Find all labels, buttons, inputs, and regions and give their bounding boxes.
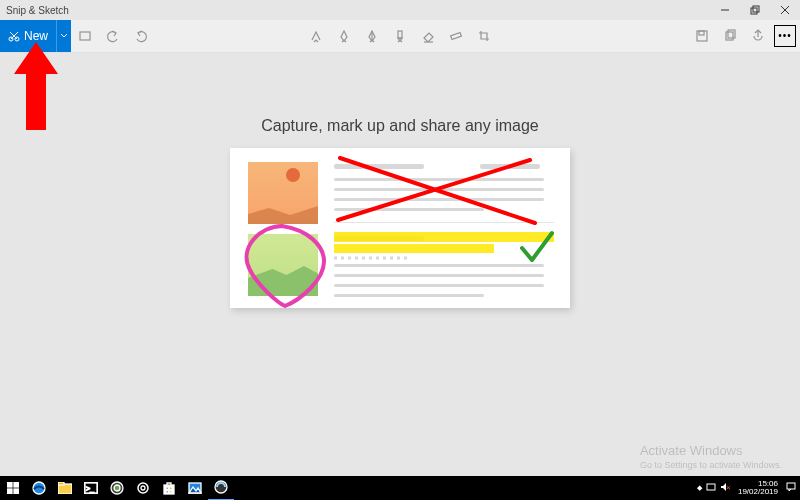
svg-rect-42 <box>166 491 169 494</box>
svg-line-8 <box>10 32 17 39</box>
title-bar: Snip & Sketch <box>0 0 800 20</box>
tray-clock[interactable]: 15:06 19/02/2019 <box>734 480 782 496</box>
svg-rect-26 <box>14 482 19 487</box>
redo-button <box>127 20 155 52</box>
new-snip-label: New <box>24 29 48 43</box>
svg-rect-41 <box>170 487 173 490</box>
taskbar-photos[interactable] <box>182 476 208 500</box>
system-tray[interactable]: ◆ × 15:06 19/02/2019 <box>697 480 800 496</box>
toolbar: New ••• <box>0 20 800 53</box>
svg-text:>_: >_ <box>86 485 94 493</box>
empty-state-headline: Capture, mark up and share any image <box>261 117 538 135</box>
pencil-button <box>358 20 386 52</box>
tray-action-center-icon[interactable] <box>786 482 796 494</box>
svg-rect-17 <box>451 32 462 39</box>
svg-rect-43 <box>170 491 173 494</box>
close-button[interactable] <box>770 0 800 20</box>
window-title: Snip & Sketch <box>6 5 69 16</box>
svg-marker-15 <box>424 33 433 42</box>
taskbar-edge[interactable] <box>26 476 52 500</box>
tray-date: 19/02/2019 <box>738 488 778 496</box>
annotation-arrow <box>14 42 58 130</box>
taskbar-store[interactable] <box>156 476 182 500</box>
minimize-button[interactable] <box>710 0 740 20</box>
svg-rect-1 <box>751 8 757 14</box>
svg-rect-23 <box>334 244 494 253</box>
scissors-icon <box>8 30 20 42</box>
svg-rect-21 <box>728 30 735 38</box>
promo-thumb-balloon <box>248 162 318 224</box>
crop-button <box>470 20 498 52</box>
svg-point-37 <box>138 483 148 493</box>
ballpoint-pen-button <box>330 20 358 52</box>
watermark-line2: Go to Settings to activate Windows. <box>640 460 782 470</box>
eraser-button <box>414 20 442 52</box>
ellipsis-icon: ••• <box>778 31 792 41</box>
tray-network-icon[interactable] <box>706 482 716 494</box>
taskbar: >_ ◆ × 15:06 19/02/2019 <box>0 476 800 500</box>
svg-rect-31 <box>58 482 64 485</box>
save-button <box>688 20 716 52</box>
share-button <box>744 20 772 52</box>
copy-button <box>716 20 744 52</box>
start-button[interactable] <box>0 476 26 500</box>
svg-rect-13 <box>398 31 402 38</box>
taskbar-app-1[interactable] <box>104 476 130 500</box>
promo-illustration <box>230 148 570 308</box>
svg-line-7 <box>11 32 18 39</box>
tray-volume-icon[interactable]: × <box>720 482 730 494</box>
taskbar-file-explorer[interactable] <box>52 476 78 500</box>
svg-point-36 <box>114 485 120 491</box>
new-snip-dropdown[interactable] <box>56 20 71 52</box>
svg-rect-50 <box>787 483 795 489</box>
undo-button <box>99 20 127 52</box>
tray-corner-icon[interactable]: ◆ <box>697 484 702 492</box>
svg-rect-40 <box>166 487 169 490</box>
svg-rect-9 <box>80 32 90 40</box>
more-options-button[interactable]: ••• <box>774 25 796 47</box>
svg-rect-2 <box>753 6 759 12</box>
svg-rect-47 <box>707 484 715 490</box>
svg-rect-19 <box>699 31 704 35</box>
svg-rect-25 <box>7 482 12 487</box>
ruler-button <box>442 20 470 52</box>
highlighter-button <box>386 20 414 52</box>
taskbar-snip-sketch[interactable] <box>208 475 234 500</box>
svg-text:×: × <box>726 483 730 492</box>
canvas-empty-state: Capture, mark up and share any image <box>0 52 800 476</box>
promo-thumb-hills <box>248 234 318 296</box>
svg-rect-27 <box>7 489 12 494</box>
maximize-button[interactable] <box>740 0 770 20</box>
svg-rect-20 <box>726 32 733 40</box>
svg-rect-28 <box>14 489 19 494</box>
svg-point-38 <box>141 486 145 490</box>
open-file-button[interactable] <box>71 20 99 52</box>
windows-activation-watermark: Activate Windows Go to Settings to activ… <box>640 443 782 470</box>
taskbar-terminal[interactable]: >_ <box>78 476 104 500</box>
taskbar-settings[interactable] <box>130 476 156 500</box>
touch-writing-button <box>302 20 330 52</box>
watermark-line1: Activate Windows <box>640 443 782 458</box>
